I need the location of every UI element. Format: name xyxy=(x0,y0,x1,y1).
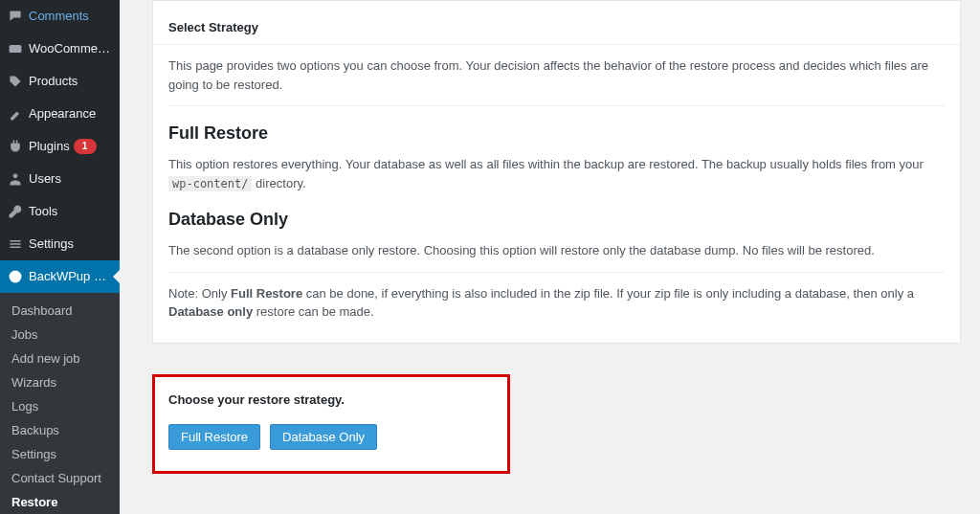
sidebar-item-label: Plugins xyxy=(29,138,70,155)
sidebar-item-label: Appearance xyxy=(29,105,96,123)
backwpup-submenu: Dashboard Jobs Add new job Wizards Logs … xyxy=(0,293,120,514)
svg-point-2 xyxy=(10,271,22,283)
sidebar-item-users[interactable]: Users xyxy=(0,163,120,195)
wp-content-code: wp-content/ xyxy=(168,176,252,191)
note-text: Note: Only Full Restore can be done, if … xyxy=(168,284,945,322)
svg-rect-0 xyxy=(10,45,22,53)
products-icon xyxy=(6,72,25,91)
main-content: Select Strategy This page provides two o… xyxy=(120,0,980,514)
sidebar-item-label: BackWPup Pro xyxy=(29,268,112,285)
sidebar-item-label: Users xyxy=(29,170,61,188)
sidebar-item-appearance[interactable]: Appearance xyxy=(0,98,120,130)
sidebar-item-woocommerce[interactable]: WooCommerce xyxy=(0,33,120,65)
plugins-icon xyxy=(6,137,25,156)
sidebar-item-comments[interactable]: Comments xyxy=(0,0,120,33)
sidebar-item-products[interactable]: Products xyxy=(0,65,120,98)
submenu-item-wizards[interactable]: Wizards xyxy=(0,370,120,394)
database-only-button[interactable]: Database Only xyxy=(270,424,377,450)
comments-icon xyxy=(6,7,25,26)
sidebar-item-settings[interactable]: Settings xyxy=(0,228,120,260)
svg-point-1 xyxy=(13,173,18,178)
sidebar-item-backwpup[interactable]: BackWPup Pro xyxy=(0,260,120,293)
submenu-item-logs[interactable]: Logs xyxy=(0,394,120,418)
settings-icon xyxy=(6,235,25,254)
sidebar-item-plugins[interactable]: Plugins 1 xyxy=(0,130,120,163)
submenu-item-settings[interactable]: Settings xyxy=(0,442,120,466)
sidebar-item-label: WooCommerce xyxy=(29,40,112,57)
users-icon xyxy=(6,169,25,189)
intro-text: This page provides two options you can c… xyxy=(168,56,945,94)
full-restore-text: This option restores everything. Your da… xyxy=(168,155,945,192)
choose-strategy-box: Choose your restore strategy. Full Resto… xyxy=(152,374,510,474)
database-only-heading: Database Only xyxy=(168,210,945,230)
submenu-item-restore[interactable]: Restore xyxy=(0,490,120,514)
full-restore-button[interactable]: Full Restore xyxy=(168,424,260,450)
sidebar-item-label: Products xyxy=(29,73,78,90)
sidebar-item-label: Settings xyxy=(29,235,74,253)
appearance-icon xyxy=(6,104,25,123)
tools-icon xyxy=(6,202,25,221)
strategy-buttons: Full Restore Database Only xyxy=(168,424,494,450)
strategy-panel: Select Strategy This page provides two o… xyxy=(152,0,961,344)
database-only-text: The second option is a database only res… xyxy=(168,241,945,260)
submenu-item-dashboard[interactable]: Dashboard xyxy=(0,299,120,323)
woocommerce-icon xyxy=(6,39,25,58)
update-count-badge: 1 xyxy=(74,139,97,154)
sidebar-item-tools[interactable]: Tools xyxy=(0,195,120,228)
section-title: Select Strategy xyxy=(168,1,945,44)
admin-sidebar: Comments WooCommerce Products Appearance… xyxy=(0,0,120,514)
submenu-item-add-new-job[interactable]: Add new job xyxy=(0,346,120,370)
submenu-item-backups[interactable]: Backups xyxy=(0,418,120,442)
submenu-item-jobs[interactable]: Jobs xyxy=(0,323,120,346)
backwpup-icon xyxy=(6,267,25,286)
submenu-item-contact-support[interactable]: Contact Support xyxy=(0,466,120,490)
choose-strategy-title: Choose your restore strategy. xyxy=(168,392,494,407)
sidebar-item-label: Tools xyxy=(29,203,57,220)
sidebar-item-label: Comments xyxy=(29,8,89,25)
full-restore-heading: Full Restore xyxy=(168,123,945,144)
